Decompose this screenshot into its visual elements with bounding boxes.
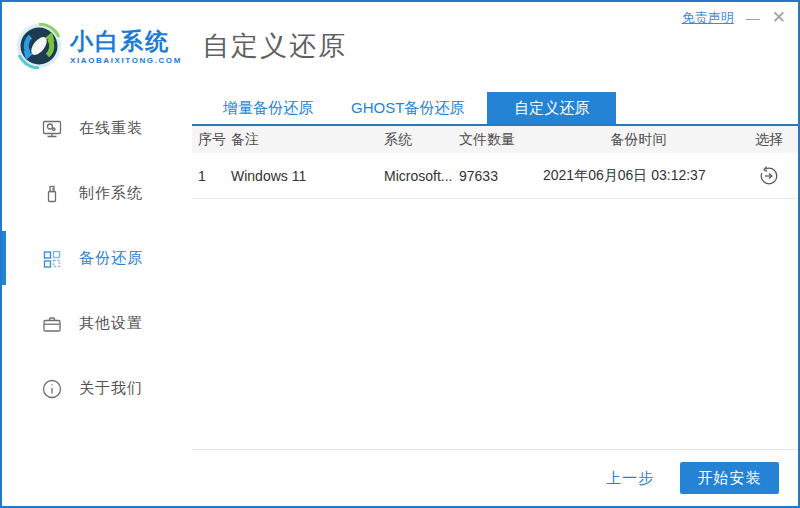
- sidebar-item-label: 制作系统: [79, 184, 143, 203]
- close-button[interactable]: ✕: [772, 10, 786, 26]
- main-area: 在线重装 制作系统: [2, 90, 798, 506]
- brand-logo-block: 小白系统 XIAOBAIXITONG.COM: [2, 23, 192, 69]
- sidebar-item-label: 其他设置: [79, 314, 143, 333]
- usb-drive-icon: [40, 182, 64, 206]
- info-circle-icon: [40, 377, 64, 401]
- sidebar-item-label: 备份还原: [79, 249, 143, 268]
- column-header-backup-time: 备份时间: [537, 131, 740, 149]
- brand-name: 小白系统: [70, 28, 182, 54]
- backup-table: 序号 备注 系统 文件数量 备份时间 选择 1 Windows 11 Micro…: [192, 126, 798, 199]
- minimize-button[interactable]: —: [746, 11, 760, 25]
- tab-custom-restore[interactable]: 自定义还原: [487, 92, 616, 124]
- sidebar-item-label: 在线重装: [79, 119, 143, 138]
- column-header-system: 系统: [382, 131, 457, 149]
- content-panel: 增量备份还原 GHOST备份还原 自定义还原 序号 备注 系统 文件数量 备份时…: [192, 90, 798, 506]
- start-install-button[interactable]: 开始安装: [680, 462, 779, 494]
- footer-bar: 上一步 开始安装: [192, 449, 798, 506]
- row-system: Microsoft...: [382, 168, 457, 184]
- sidebar-item-about-us[interactable]: 关于我们: [2, 356, 192, 421]
- brand-domain: XIAOBAIXITONG.COM: [70, 56, 182, 65]
- header: 小白系统 XIAOBAIXITONG.COM 自定义还原: [2, 2, 798, 90]
- sidebar-item-other-settings[interactable]: 其他设置: [2, 291, 192, 356]
- column-header-select: 选择: [740, 131, 798, 149]
- grid-squares-icon: [40, 247, 64, 271]
- brand-text: 小白系统 XIAOBAIXITONG.COM: [70, 28, 182, 65]
- sidebar-item-online-reinstall[interactable]: 在线重装: [2, 96, 192, 161]
- sidebar: 在线重装 制作系统: [2, 90, 192, 506]
- tab-incremental-backup-restore[interactable]: 增量备份还原: [209, 92, 327, 124]
- briefcase-icon: [40, 312, 64, 336]
- disclaimer-link[interactable]: 免责声明: [682, 9, 734, 27]
- row-index: 1: [192, 168, 229, 184]
- table-header-row: 序号 备注 系统 文件数量 备份时间 选择: [192, 126, 798, 153]
- back-button[interactable]: 上一步: [606, 469, 654, 488]
- column-header-file-count: 文件数量: [457, 131, 537, 149]
- app-window: 免责声明 — ✕ 小白系统 XIAOBAIXITON: [0, 0, 800, 508]
- column-header-note: 备注: [229, 131, 382, 149]
- sidebar-item-label: 关于我们: [79, 379, 143, 398]
- table-row: 1 Windows 11 Microsoft... 97633 2021年06月…: [192, 153, 798, 199]
- sidebar-item-make-system[interactable]: 制作系统: [2, 161, 192, 226]
- column-header-index: 序号: [192, 131, 229, 149]
- row-backup-time: 2021年06月06日 03:12:37: [537, 167, 740, 185]
- tab-ghost-backup-restore[interactable]: GHOST备份还原: [337, 92, 478, 124]
- sidebar-item-backup-restore[interactable]: 备份还原: [2, 226, 192, 291]
- sync-arrows-logo-icon: [16, 23, 62, 69]
- row-note: Windows 11: [229, 168, 382, 184]
- page-title: 自定义还原: [202, 28, 347, 64]
- restore-icon[interactable]: [757, 164, 781, 188]
- titlebar-controls: 免责声明 — ✕: [682, 9, 786, 27]
- monitor-icon: [40, 117, 64, 141]
- content-spacer: [192, 199, 798, 449]
- active-indicator: [2, 231, 6, 285]
- tab-bar: 增量备份还原 GHOST备份还原 自定义还原: [192, 92, 798, 126]
- row-file-count: 97633: [457, 168, 537, 184]
